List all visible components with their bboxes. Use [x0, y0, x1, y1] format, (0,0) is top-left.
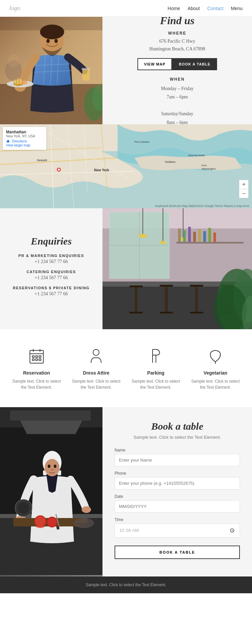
- book-table-submit-button[interactable]: BOOK A TABLE: [115, 546, 240, 559]
- feature-reservation-name: Reservation: [23, 370, 50, 376]
- phone-input[interactable]: [115, 477, 240, 489]
- svg-rect-63: [160, 285, 173, 287]
- svg-rect-93: [36, 359, 38, 360]
- svg-point-23: [7, 54, 19, 67]
- enquiry-cat-3: RESERVATIONS $ PRIVATE DINING: [13, 286, 89, 290]
- feature-parking-text: Sample text. Click to select the Text El…: [129, 378, 183, 390]
- enquiry-phone-2: +1 234 567 77 66: [35, 275, 68, 281]
- svg-point-55: [160, 241, 166, 244]
- time-label: Time: [115, 517, 240, 522]
- feature-dress-attire-name: Dress Attire: [83, 370, 110, 376]
- find-us-when-label: WHEN: [170, 77, 185, 82]
- svg-rect-100: [10, 411, 91, 421]
- svg-text:Yonkers: Yonkers: [165, 160, 176, 164]
- map-zoom-out[interactable]: −: [239, 189, 248, 198]
- svg-point-114: [35, 516, 45, 526]
- svg-text:Newark: Newark: [37, 159, 47, 162]
- svg-rect-60: [129, 286, 143, 287]
- name-label: Name: [115, 448, 240, 453]
- svg-rect-78: [203, 231, 206, 242]
- feature-dress-attire-text: Sample text. Click to select the Text El…: [69, 378, 123, 390]
- find-us-buttons: VIEW MAP BOOK A TABLE: [137, 58, 217, 70]
- svg-rect-62: [129, 312, 143, 313]
- map-location-sub: New York, NY, USA: [6, 134, 43, 138]
- svg-point-95: [93, 349, 99, 355]
- find-us-section: Find us WHERE 676 Pacific C Hwy Huntingt…: [0, 17, 252, 124]
- features-section: Reservation Sample text. Click to select…: [0, 329, 252, 407]
- nav-home[interactable]: Home: [168, 6, 180, 11]
- svg-rect-77: [198, 229, 201, 242]
- svg-text:New York: New York: [94, 168, 109, 172]
- svg-rect-90: [36, 356, 38, 357]
- svg-rect-24: [0, 17, 102, 30]
- enquiry-cat-1: PR & MARKETING ENQUIRIES: [18, 254, 84, 258]
- nav-links: Home About Contact Menu: [168, 6, 243, 11]
- phone-label: Phone: [115, 471, 240, 476]
- map-overlay: Manhattan New York, NY, USA Directions V…: [3, 127, 46, 150]
- book-table-button-top[interactable]: BOOK A TABLE: [172, 58, 217, 70]
- feature-vegetarian-text: Sample text. Click to select the Text El…: [188, 378, 242, 390]
- map-credit: Keyboard shortcuts Map data©2024 Google …: [155, 204, 249, 208]
- map-zoom-controls: + −: [239, 180, 249, 198]
- svg-point-53: [139, 234, 147, 238]
- map-directions-link[interactable]: Directions: [6, 139, 43, 143]
- svg-point-21: [54, 39, 58, 43]
- enquiry-phone-1: +1 234 567 77 66: [35, 259, 68, 264]
- map-location-name: Manhattan: [6, 130, 43, 134]
- book-table-subtitle: Sample text. Click to select the Text El…: [115, 435, 240, 440]
- svg-rect-92: [32, 359, 34, 360]
- footer-text: Sample text. Click to select the Text El…: [6, 583, 246, 587]
- svg-rect-66: [190, 285, 203, 287]
- svg-point-107: [48, 465, 50, 468]
- book-form-area: Book a table Sample text. Click to selec…: [102, 407, 252, 576]
- nav-menu[interactable]: Menu: [231, 6, 243, 11]
- feature-dress-attire: Dress Attire Sample text. Click to selec…: [69, 346, 123, 390]
- svg-point-44: [58, 169, 60, 171]
- svg-point-106: [45, 459, 59, 476]
- svg-rect-79: [208, 228, 211, 242]
- find-us-where-label: WHERE: [168, 31, 186, 36]
- view-map-button[interactable]: VIEW MAP: [137, 58, 172, 70]
- svg-rect-19: [82, 68, 90, 70]
- map-zoom-in[interactable]: +: [239, 180, 248, 189]
- svg-text:Port Chester: Port Chester: [134, 140, 150, 143]
- feature-vegetarian-name: Vegetarian: [204, 370, 227, 376]
- find-us-image: [0, 17, 102, 124]
- name-input[interactable]: [115, 454, 240, 466]
- svg-point-116: [48, 518, 56, 526]
- svg-point-109: [51, 469, 53, 471]
- enquiries-title: Enquiries: [31, 235, 72, 247]
- svg-rect-68: [190, 312, 203, 313]
- enquiry-phone-3: +1 234 567 77 66: [35, 291, 68, 297]
- map-section: New York Yonkers New Rochelle Newark Por…: [0, 124, 252, 208]
- enquiries-section: Enquiries PR & MARKETING ENQUIRIES +1 23…: [0, 208, 252, 329]
- view-larger-map-link[interactable]: View larger map: [6, 143, 43, 147]
- svg-rect-89: [32, 356, 34, 357]
- svg-text:New Rochelle: New Rochelle: [188, 154, 205, 157]
- nav-about[interactable]: About: [187, 6, 200, 11]
- svg-rect-91: [39, 356, 41, 357]
- svg-point-108: [54, 465, 56, 468]
- vegetarian-icon: [205, 346, 225, 366]
- svg-rect-73: [178, 228, 181, 242]
- book-table-title: Book a table: [115, 421, 240, 432]
- time-input[interactable]: [115, 523, 240, 538]
- svg-rect-94: [39, 359, 41, 360]
- feature-parking-name: Parking: [147, 370, 164, 376]
- footer: Sample text. Click to select the Text El…: [0, 576, 252, 593]
- feature-reservation: Reservation Sample text. Click to select…: [10, 346, 64, 390]
- enquiries-image: [102, 208, 252, 329]
- svg-rect-65: [160, 312, 173, 313]
- parking-icon: [146, 346, 166, 366]
- feature-reservation-text: Sample text. Click to select the Text El…: [10, 378, 64, 390]
- svg-rect-76: [193, 232, 196, 242]
- date-input[interactable]: [115, 500, 240, 513]
- find-us-hours: Monday – Friday 7am – 6pm Saturday/Sunda…: [161, 84, 194, 127]
- nav-contact[interactable]: Contact: [207, 6, 223, 11]
- reservation-icon: [27, 346, 47, 366]
- svg-rect-75: [188, 227, 191, 242]
- logo: logo: [9, 5, 20, 12]
- svg-rect-18: [82, 69, 90, 81]
- svg-point-111: [82, 506, 91, 513]
- feature-parking: Parking Sample text. Click to select the…: [129, 346, 183, 390]
